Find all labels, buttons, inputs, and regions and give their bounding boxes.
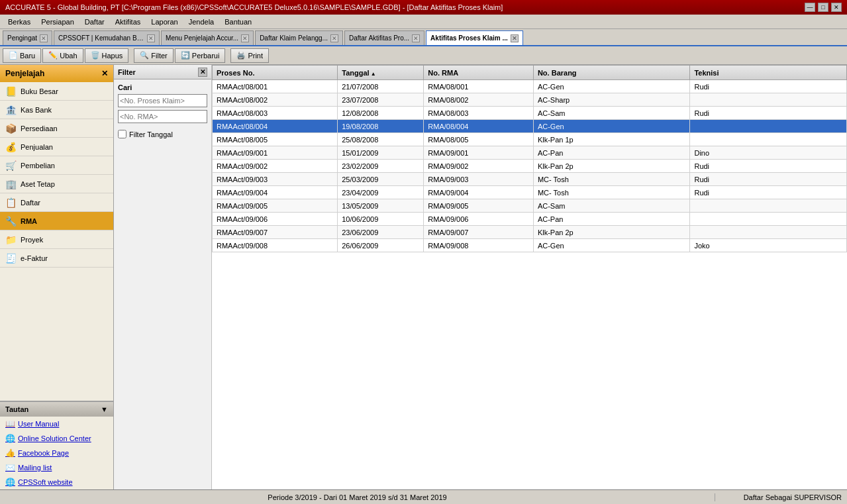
table-row[interactable]: RMAAct/08/00419/08/2008RMA/08/004AC-Gen bbox=[213, 120, 847, 133]
tab-close-5[interactable]: ✕ bbox=[511, 34, 519, 42]
table-cell-7-3: MC- Tosh bbox=[533, 173, 690, 186]
sidebar-item-kas-bank[interactable]: 🏦Kas Bank bbox=[0, 101, 113, 119]
filter-close-button[interactable]: ✕ bbox=[198, 68, 207, 77]
table-cell-10-4 bbox=[690, 213, 847, 226]
maximize-button[interactable]: □ bbox=[818, 3, 828, 12]
table-area: Proses No. Tanggal No. RMA No. Barang Te… bbox=[212, 65, 847, 489]
print-button[interactable]: 🖨️ Print bbox=[230, 48, 269, 63]
sidebar-item-daftar[interactable]: 📋Daftar bbox=[0, 193, 113, 212]
sidebar-item-pembelian[interactable]: 🛒Pembelian bbox=[0, 156, 113, 175]
table-row[interactable]: RMAAct/08/00312/08/2008RMA/08/003AC-SamR… bbox=[213, 107, 847, 120]
menu-item-berkas[interactable]: Berkas bbox=[3, 17, 36, 27]
table-cell-1-2: RMA/08/002 bbox=[424, 93, 534, 107]
sidebar-item-aset-tetap[interactable]: 🏢Aset Tetap bbox=[0, 175, 113, 193]
new-button[interactable]: 📄 Baru bbox=[3, 48, 41, 63]
link-item-2[interactable]: 👍Facebook Page bbox=[0, 446, 113, 460]
menu-item-laporan[interactable]: Laporan bbox=[146, 17, 183, 27]
table-cell-12-3: AC-Gen bbox=[533, 239, 690, 252]
link-label-0: User Manual bbox=[18, 420, 59, 428]
filter-icon: 🔍 bbox=[140, 51, 149, 60]
sidebar-close-icon[interactable]: ✕ bbox=[101, 69, 108, 78]
table-scroll-wrapper[interactable]: Proses No. Tanggal No. RMA No. Barang Te… bbox=[212, 65, 847, 489]
sidebar-item-persediaan[interactable]: 📦Persediaan bbox=[0, 119, 113, 138]
table-row[interactable]: RMAAct/09/00610/06/2009RMA/09/006AC-Pan bbox=[213, 213, 847, 226]
menu-item-bantuan[interactable]: Bantuan bbox=[219, 17, 257, 27]
links-collapse-icon[interactable]: ▼ bbox=[101, 405, 108, 413]
col-proses-no[interactable]: Proses No. bbox=[213, 66, 338, 80]
tab-4[interactable]: Daftar Aktifitas Pro...✕ bbox=[344, 30, 424, 45]
table-row[interactable]: RMAAct/09/00826/06/2009RMA/09/008AC-GenJ… bbox=[213, 239, 847, 252]
new-icon: 📄 bbox=[9, 51, 18, 60]
sidebar-item-icon-6: 📋 bbox=[5, 197, 17, 208]
new-label: Baru bbox=[20, 52, 35, 60]
sidebar-item-penjualan[interactable]: 💰Penjualan bbox=[0, 138, 113, 156]
table-row[interactable]: RMAAct/09/00223/02/2009RMA/09/002Klk-Pan… bbox=[213, 160, 847, 173]
close-button[interactable]: ✕ bbox=[831, 3, 842, 12]
col-tanggal[interactable]: Tanggal bbox=[338, 66, 424, 80]
sidebar-item-label-3: Penjualan bbox=[21, 143, 53, 151]
table-row[interactable]: RMAAct/08/00525/08/2008RMA/08/005Klk-Pan… bbox=[213, 133, 847, 146]
tab-3[interactable]: Daftar Klaim Pelangg...✕ bbox=[255, 30, 343, 45]
links-header[interactable]: Tautan ▼ bbox=[0, 402, 113, 417]
table-row[interactable]: RMAAct/09/00115/01/2009RMA/09/001AC-PanD… bbox=[213, 146, 847, 160]
tab-5[interactable]: Aktifitas Proses Klaim ...✕ bbox=[426, 30, 523, 45]
link-item-4[interactable]: 🌐CPSSoft website bbox=[0, 475, 113, 489]
sidebar-item-icon-7: 🔧 bbox=[5, 216, 17, 227]
tab-close-2[interactable]: ✕ bbox=[241, 34, 249, 42]
table-cell-8-0: RMAAct/09/004 bbox=[213, 186, 338, 199]
sidebar-item-e-faktur[interactable]: 🧾e-Faktur bbox=[0, 249, 113, 268]
tab-label-1: CPSSOFT | Kemudahan Bis... bbox=[58, 34, 144, 42]
table-cell-2-1: 12/08/2008 bbox=[338, 107, 424, 120]
table-cell-11-4 bbox=[690, 226, 847, 239]
links-section: Tautan ▼ 📖User Manual🌐Online Solution Ce… bbox=[0, 401, 113, 489]
edit-button[interactable]: ✏️ Ubah bbox=[42, 48, 83, 63]
refresh-button[interactable]: 🔄 Perbarui bbox=[175, 48, 226, 63]
filter-proses-input[interactable] bbox=[118, 94, 207, 107]
col-no-barang[interactable]: No. Barang bbox=[533, 66, 690, 80]
sidebar-item-proyek[interactable]: 📁Proyek bbox=[0, 230, 113, 249]
filter-body: Cari Filter Tanggal bbox=[114, 79, 211, 142]
link-item-1[interactable]: 🌐Online Solution Center bbox=[0, 431, 113, 446]
sidebar-item-icon-2: 📦 bbox=[5, 123, 17, 134]
filter-rma-input[interactable] bbox=[118, 110, 207, 123]
link-item-0[interactable]: 📖User Manual bbox=[0, 417, 113, 431]
col-teknisi[interactable]: Teknisi bbox=[690, 66, 847, 80]
col-no-rma[interactable]: No. RMA bbox=[424, 66, 534, 80]
delete-button[interactable]: 🗑️ Hapus bbox=[85, 48, 129, 63]
menu-item-jendela[interactable]: Jendela bbox=[183, 17, 220, 27]
table-cell-2-2: RMA/08/003 bbox=[424, 107, 534, 120]
table-row[interactable]: RMAAct/08/00223/07/2008RMA/08/002AC-Shar… bbox=[213, 93, 847, 107]
table-row[interactable]: RMAAct/09/00423/04/2009RMA/09/004MC- Tos… bbox=[213, 186, 847, 199]
table-cell-10-1: 10/06/2009 bbox=[338, 213, 424, 226]
link-item-3[interactable]: ✉️Mailing list bbox=[0, 460, 113, 475]
menu-item-aktifitas[interactable]: Aktifitas bbox=[110, 17, 146, 27]
tab-close-0[interactable]: ✕ bbox=[40, 34, 48, 42]
table-row[interactable]: RMAAct/09/00325/03/2009RMA/09/003MC- Tos… bbox=[213, 173, 847, 186]
tab-close-4[interactable]: ✕ bbox=[412, 34, 420, 42]
sidebar-item-buku-besar[interactable]: 📒Buku Besar bbox=[0, 82, 113, 101]
sidebar-item-icon-8: 📁 bbox=[5, 234, 17, 245]
sidebar-item-rma[interactable]: 🔧RMA bbox=[0, 212, 113, 230]
status-bar: Periode 3/2019 - Dari 01 Maret 2019 s/d … bbox=[0, 489, 847, 504]
tab-1[interactable]: CPSSOFT | Kemudahan Bis...✕ bbox=[54, 30, 160, 45]
filter-button[interactable]: 🔍 Filter bbox=[134, 48, 173, 63]
table-row[interactable]: RMAAct/09/00513/05/2009RMA/09/005AC-Sam bbox=[213, 199, 847, 213]
tab-close-1[interactable]: ✕ bbox=[147, 34, 155, 42]
table-cell-7-0: RMAAct/09/003 bbox=[213, 173, 338, 186]
tab-close-3[interactable]: ✕ bbox=[330, 34, 338, 42]
print-label: Print bbox=[248, 52, 263, 60]
table-row[interactable]: RMAAct/09/00723/06/2009RMA/09/007Klk-Pan… bbox=[213, 226, 847, 239]
title-text: ACCURATE 5 - Global Building, PT [C:\Pro… bbox=[5, 3, 805, 11]
tab-label-0: Pengingat bbox=[7, 34, 37, 42]
table-body: RMAAct/08/00121/07/2008RMA/08/001AC-GenR… bbox=[213, 80, 847, 252]
filter-tanggal-checkbox[interactable] bbox=[118, 130, 126, 138]
tab-2[interactable]: Menu Penjelajah Accur...✕ bbox=[161, 30, 254, 45]
table-cell-5-3: AC-Pan bbox=[533, 146, 690, 160]
menu-item-persiapan[interactable]: Persiapan bbox=[36, 17, 79, 27]
table-cell-4-0: RMAAct/08/005 bbox=[213, 133, 338, 146]
table-cell-2-4: Rudi bbox=[690, 107, 847, 120]
tab-0[interactable]: Pengingat✕ bbox=[3, 30, 52, 45]
table-row[interactable]: RMAAct/08/00121/07/2008RMA/08/001AC-GenR… bbox=[213, 80, 847, 93]
minimize-button[interactable]: — bbox=[805, 3, 815, 12]
menu-item-daftar[interactable]: Daftar bbox=[79, 17, 110, 27]
